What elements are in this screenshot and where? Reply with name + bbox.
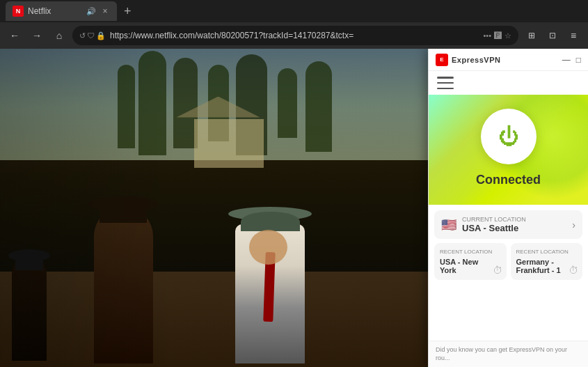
current-location-label: Current Location xyxy=(462,216,526,223)
hamburger-menu-button[interactable] xyxy=(437,77,454,89)
sync-button[interactable]: ⊡ xyxy=(543,26,562,45)
recent-location-frankfurt[interactable]: Recent Location Germany -Frankfurt - 1 ⏱ xyxy=(511,243,583,280)
vpn-close-button[interactable]: □ xyxy=(576,55,581,65)
recent-locations-row: Recent Location USA - NewYork ⏱ Recent L… xyxy=(434,243,582,280)
home-button[interactable]: ⌂ xyxy=(50,26,68,45)
address-bar[interactable]: ↺ 🛡 🔒 https://www.netflix.com/watch/8020… xyxy=(72,26,518,45)
netflix-tab[interactable]: N Netflix 🔊 × xyxy=(6,1,117,21)
expressvpn-panel: E ExpressVPN — □ xyxy=(428,49,588,367)
main-content-area: E ExpressVPN — □ xyxy=(0,49,588,367)
address-security-icons: ↺ 🛡 🔒 xyxy=(79,31,106,40)
vpn-logo-letter: E xyxy=(440,56,443,63)
back-button[interactable]: ← xyxy=(6,26,24,45)
more-address-button[interactable]: ••• xyxy=(483,31,491,40)
current-location-card[interactable]: 🇺🇸 Current Location USA - Seattle › xyxy=(434,210,582,239)
recent-label-1: Recent Location xyxy=(440,249,501,255)
vpn-body: ⏻ Connected 🇺🇸 Current Location USA - Se… xyxy=(429,71,588,367)
vpn-logo-text: ExpressVPN xyxy=(452,56,500,64)
browser-toolbar: ← → ⌂ ↺ 🛡 🔒 https://www.netflix.com/watc… xyxy=(0,22,588,49)
vpn-window-buttons: — □ xyxy=(562,55,581,65)
hamburger-line-3 xyxy=(437,88,454,90)
tab-audio-icon[interactable]: 🔊 xyxy=(86,7,96,16)
new-tab-button[interactable]: + xyxy=(120,4,136,19)
vpn-connected-area: ⏻ Connected xyxy=(429,95,588,205)
recent-name-1: USA - NewYork xyxy=(440,258,501,274)
hamburger-line-2 xyxy=(437,82,454,84)
toolbar-right-controls: ⊞ ⊡ ≡ xyxy=(523,26,582,45)
address-actions: ••• 🅿 ☆ xyxy=(483,31,511,40)
vpn-footer-text: Did you know you can get ExpressVPN on y… xyxy=(436,345,581,363)
tab-bar: N Netflix 🔊 × + xyxy=(0,0,588,22)
address-text: https://www.netflix.com/watch/80200571?t… xyxy=(110,31,479,40)
current-location-name: USA - Seattle xyxy=(462,223,526,233)
vpn-header xyxy=(429,71,588,95)
menu-button[interactable]: ≡ xyxy=(564,26,582,45)
browser-chrome: N Netflix 🔊 × + ← → ⌂ ↺ 🛡 🔒 https://www.… xyxy=(0,0,588,49)
history-button[interactable]: ⊞ xyxy=(523,26,541,45)
recent-clock-icon-1: ⏱ xyxy=(493,265,502,276)
hamburger-line-1 xyxy=(437,77,454,79)
vpn-footer: Did you know you can get ExpressVPN on y… xyxy=(429,341,588,367)
forward-button[interactable]: → xyxy=(28,26,46,45)
vpn-titlebar: E ExpressVPN — □ xyxy=(429,49,588,71)
vpn-power-button[interactable]: ⏻ xyxy=(481,109,537,164)
vpn-logo: E ExpressVPN xyxy=(436,54,500,66)
power-icon: ⏻ xyxy=(498,125,519,148)
current-location-info: Current Location USA - Seattle xyxy=(462,216,526,233)
usa-flag-icon: 🇺🇸 xyxy=(441,217,456,233)
vpn-logo-icon: E xyxy=(436,54,448,66)
tab-close-button[interactable]: × xyxy=(100,6,110,16)
lock-icon: 🔒 xyxy=(96,31,106,40)
recent-name-2: Germany -Frankfurt - 1 xyxy=(516,258,578,274)
current-location-left: 🇺🇸 Current Location USA - Seattle xyxy=(441,216,526,233)
reload-icon: ↺ xyxy=(79,31,86,40)
recent-location-newyork[interactable]: Recent Location USA - NewYork ⏱ xyxy=(434,243,507,280)
netflix-favicon: N xyxy=(13,6,24,17)
bookmark-button[interactable]: ☆ xyxy=(504,31,511,40)
vpn-status-text: Connected xyxy=(476,173,541,187)
recent-clock-icon-2: ⏱ xyxy=(569,265,578,276)
shield-icon: 🛡 xyxy=(87,31,95,40)
vpn-locations: 🇺🇸 Current Location USA - Seattle › Rece… xyxy=(429,205,588,341)
pocket-icon: 🅿 xyxy=(494,31,502,40)
netflix-video-area[interactable]: E ExpressVPN — □ xyxy=(0,49,588,367)
current-location-chevron: › xyxy=(572,219,575,231)
vpn-minimize-button[interactable]: — xyxy=(562,55,571,65)
tab-title: Netflix xyxy=(28,6,82,16)
recent-label-2: Recent Location xyxy=(516,249,578,255)
